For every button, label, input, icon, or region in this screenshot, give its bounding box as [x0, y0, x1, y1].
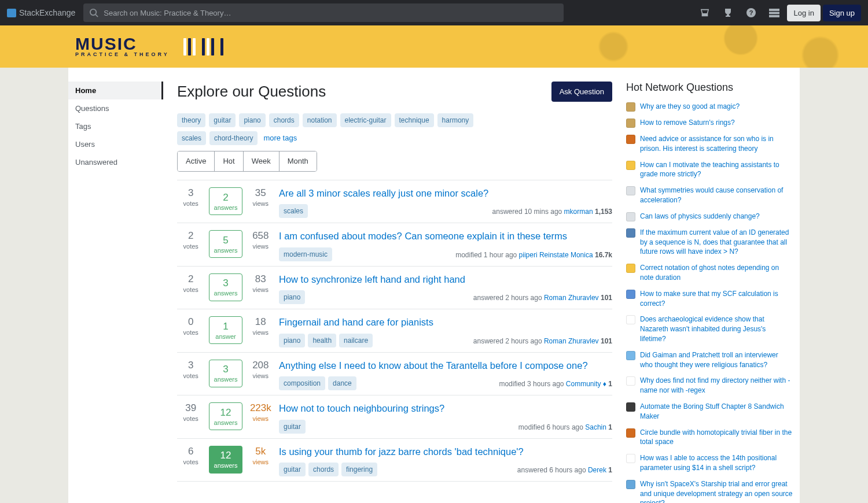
tag-scales[interactable]: scales	[279, 204, 308, 218]
tag-modern-music[interactable]: modern-music	[279, 247, 332, 261]
tag-chord-theory[interactable]: chord-theory	[209, 131, 258, 145]
tag-nailcare[interactable]: nailcare	[339, 334, 373, 347]
more-tags-link[interactable]: more tags	[261, 131, 299, 145]
filter-tab-week[interactable]: Week	[243, 151, 279, 171]
user-link[interactable]: Derek	[588, 466, 606, 474]
help-icon[interactable]: ?	[741, 2, 762, 23]
hnq-item: Circle bundle with homotopically trivial…	[626, 428, 793, 447]
tag-piano[interactable]: piano	[279, 290, 305, 304]
question-title-link[interactable]: Is using your thumb for jazz barre chord…	[279, 446, 612, 458]
tag-technique[interactable]: technique	[395, 113, 434, 127]
site-favicon-icon	[626, 119, 635, 128]
hnq-link[interactable]: Did Gaiman and Pratchett troll an interv…	[640, 350, 793, 370]
answer-count[interactable]: 5answers	[209, 230, 242, 258]
tag-chords[interactable]: chords	[269, 113, 299, 127]
user-rep: 101	[601, 294, 612, 302]
hnq-link[interactable]: Why are they so good at magic?	[640, 102, 740, 112]
hnq-link[interactable]: Does archaeological evidence show that N…	[640, 315, 793, 343]
question-title-link[interactable]: I am confused about modes? Can someone e…	[279, 230, 612, 242]
user-link[interactable]: Sachin	[585, 423, 606, 431]
hnq-link[interactable]: How was I able to access the 14th positi…	[640, 453, 793, 473]
tag-guitar[interactable]: guitar	[209, 113, 236, 127]
answer-count[interactable]: 12answers	[209, 402, 242, 430]
question-title-link[interactable]: How to synchronize left hand and right h…	[279, 273, 612, 286]
user-link[interactable]: mkorman	[564, 208, 593, 216]
nav-item-home[interactable]: Home	[68, 82, 163, 99]
user-link[interactable]: Community ♦	[566, 380, 606, 388]
user-link[interactable]: Roman Zhuravlev	[544, 337, 599, 345]
svg-rect-5	[769, 12, 779, 14]
filter-tab-active[interactable]: Active	[178, 151, 214, 171]
hnq-link[interactable]: What symmetries would cause conservation…	[640, 186, 793, 205]
hnq-link[interactable]: Circle bundle with homotopically trivial…	[640, 428, 793, 447]
tag-scales[interactable]: scales	[177, 131, 206, 145]
stackexchange-icon	[7, 9, 16, 17]
site-favicon-icon	[626, 228, 635, 238]
hnq-link[interactable]: Need advice or assistance for son who is…	[640, 134, 793, 154]
answer-count[interactable]: 3answers	[209, 273, 242, 301]
page-title: Explore our Questions	[177, 83, 326, 101]
tag-electric-guitar[interactable]: electric-guitar	[340, 113, 391, 127]
hnq-item: Correct notation of ghost notes dependin…	[626, 263, 793, 283]
question-title-link[interactable]: Anything else I need to know about the T…	[279, 360, 612, 372]
tag-dance[interactable]: dance	[328, 376, 356, 390]
vote-count: 3votes	[177, 360, 204, 388]
filter-tab-month[interactable]: Month	[279, 151, 317, 171]
tag-piano[interactable]: piano	[239, 113, 265, 127]
signup-button[interactable]: Sign up	[823, 5, 861, 21]
answer-count[interactable]: 3answers	[209, 360, 242, 387]
nav-item-users[interactable]: Users	[68, 135, 163, 153]
hnq-item: How can I motivate the teaching assistan…	[626, 160, 793, 180]
tag-health[interactable]: health	[308, 334, 336, 347]
network-logo[interactable]: StackExchange	[7, 8, 75, 17]
user-link[interactable]: piiperi Reinstate Monica	[519, 251, 593, 259]
question-title-link[interactable]: Are all 3 minor scales really just one m…	[279, 187, 612, 199]
tag-guitar[interactable]: guitar	[279, 463, 306, 476]
network-name: StackExchange	[19, 8, 75, 17]
hnq-link[interactable]: How to make sure that my SCF calculation…	[640, 289, 793, 309]
tag-harmony[interactable]: harmony	[437, 113, 474, 127]
user-link[interactable]: Roman Zhuravlev	[544, 294, 599, 302]
site-header: MUSIC PRACTICE & THEORY	[0, 25, 868, 68]
site-logo[interactable]: MUSIC PRACTICE & THEORY	[75, 36, 223, 57]
tag-composition[interactable]: composition	[279, 376, 325, 390]
hnq-item: Why are they so good at magic?	[626, 102, 793, 112]
vote-count: 3votes	[177, 187, 204, 216]
hnq-link[interactable]: How can I motivate the teaching assistan…	[640, 160, 793, 180]
tag-guitar[interactable]: guitar	[279, 420, 306, 434]
hnq-link[interactable]: Can laws of physics suddenly change?	[640, 212, 760, 221]
hnq-link[interactable]: If the maximum current value of an ID ge…	[640, 228, 793, 257]
site-favicon-icon	[626, 454, 635, 463]
tag-theory[interactable]: theory	[177, 113, 205, 127]
question-title-link[interactable]: Fingernail and hand care for pianists	[279, 316, 612, 328]
nav-item-tags[interactable]: Tags	[68, 117, 163, 135]
question-list: 3votes 2answers 35views Are all 3 minor …	[177, 180, 612, 482]
trophy-icon[interactable]	[718, 2, 738, 23]
tag-chords[interactable]: chords	[308, 463, 339, 476]
answer-count[interactable]: 12answers	[209, 446, 242, 474]
vote-count: 2votes	[177, 273, 204, 302]
search-input[interactable]	[104, 9, 558, 17]
search-bar[interactable]	[83, 3, 564, 22]
hnq-link[interactable]: Why does find not find my directory neit…	[640, 376, 793, 395]
hnq-link[interactable]: Why isn't SpaceX's Starship trial and er…	[640, 479, 793, 503]
community-icon[interactable]	[764, 2, 785, 23]
hnq-item: How to remove Saturn's rings?	[626, 118, 793, 128]
hnq-link[interactable]: How to remove Saturn's rings?	[640, 118, 735, 128]
hnq-link[interactable]: Automate the Boring Stuff Chapter 8 Sand…	[640, 402, 793, 421]
tag-piano[interactable]: piano	[279, 334, 305, 347]
tag-notation[interactable]: notation	[303, 113, 337, 127]
answer-count[interactable]: 1answer	[209, 316, 242, 344]
question-title-link[interactable]: How not to touch neighbouring strings?	[279, 402, 612, 415]
inbox-icon[interactable]	[694, 2, 715, 23]
answer-count[interactable]: 2answers	[209, 187, 242, 215]
hnq-link[interactable]: Correct notation of ghost notes dependin…	[640, 263, 793, 283]
nav-item-questions[interactable]: Questions	[68, 99, 163, 117]
filter-tab-hot[interactable]: Hot	[214, 151, 242, 171]
hnq-item: How was I able to access the 14th positi…	[626, 453, 793, 473]
tag-fingering[interactable]: fingering	[341, 463, 377, 476]
ask-question-button[interactable]: Ask Question	[551, 82, 612, 102]
nav-item-unanswered[interactable]: Unanswered	[68, 153, 163, 171]
search-icon	[89, 8, 99, 18]
login-button[interactable]: Log in	[787, 5, 820, 21]
